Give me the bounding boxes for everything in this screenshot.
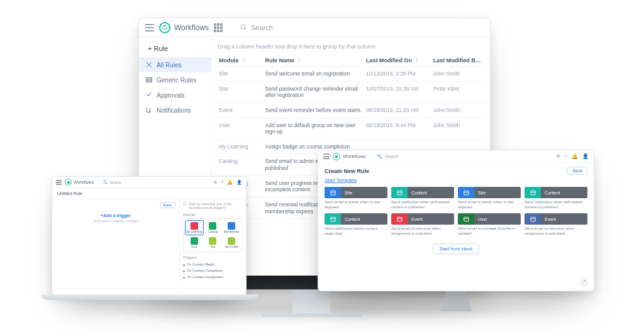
template-desc: Send email to instructor when assignment…	[525, 225, 587, 236]
template-card[interactable]: UserSend email to manager if profile is …	[458, 213, 521, 236]
template-label: User	[474, 213, 521, 225]
bell-icon[interactable]: 🔔	[227, 180, 233, 185]
back-button[interactable]: Back	[567, 167, 587, 175]
hamburger-icon[interactable]	[323, 154, 330, 159]
sidebar-item-notifications[interactable]: Notifications	[139, 103, 211, 118]
brand-logo-icon	[65, 179, 72, 186]
template-desc: Send email to admin when a user register…	[325, 198, 387, 210]
add-trigger-hint: Start here by adding a trigger	[93, 219, 138, 223]
monitor-foot	[261, 313, 362, 317]
create-rule-title: Create New Rule	[325, 168, 369, 174]
table-row[interactable]: UserAdd user to default group on new use…	[218, 118, 485, 140]
template-desc: Send email to instructor when assignment…	[391, 225, 454, 236]
module-icon	[209, 222, 216, 230]
search-icon	[240, 24, 247, 31]
brand: Workflows	[333, 153, 366, 160]
module-section-label: Module	[183, 213, 243, 216]
template-card[interactable]: ContentSend notification when skill-rela…	[391, 187, 454, 210]
module-catalog[interactable]: Catalog	[204, 221, 222, 235]
col-module[interactable]: Module	[219, 57, 239, 64]
brand: Workflows	[159, 22, 209, 33]
template-card[interactable]: ContentSend notification before content …	[325, 213, 387, 236]
start-from-blank-button[interactable]: Start from blank	[433, 244, 480, 254]
search-input[interactable]: Search	[240, 24, 484, 31]
tablet-stand	[440, 290, 472, 311]
help-icon[interactable]: ?	[221, 180, 223, 185]
template-card[interactable]: EventSend email to instructor when assig…	[391, 213, 454, 236]
laptop-base	[41, 294, 258, 300]
svg-rect-8	[397, 191, 401, 194]
template-card[interactable]: SiteSend email to admin when a user regi…	[325, 187, 387, 210]
template-desc: Send email to admin when a user register…	[458, 198, 521, 210]
table-row[interactable]: SiteSend password change reminder email …	[218, 82, 485, 103]
rule-title: Untitled Rule	[52, 188, 246, 199]
template-desc: Send email to manager if profile is upda…	[458, 225, 521, 236]
module-my-learning[interactable]: My Learning	[186, 221, 203, 235]
help-icon[interactable]: ?	[565, 154, 567, 159]
table-row[interactable]: SiteSend welcome email on registration10…	[218, 67, 485, 82]
brand-logo-icon	[159, 22, 170, 33]
search-input[interactable]: 🔍 Search	[377, 154, 553, 159]
template-icon	[325, 213, 341, 225]
search-input[interactable]: 🔍 Search	[103, 180, 210, 184]
tablet-topbar: Workflows 🔍 Search ⚙ ? 🔔 👤	[318, 150, 594, 163]
template-label: Event	[408, 213, 454, 225]
monitor-topbar: Workflows Search	[139, 18, 490, 37]
monitor-stand	[292, 289, 330, 316]
template-icon	[458, 187, 474, 198]
template-desc: Send notification when skill-related con…	[391, 198, 454, 210]
table-row[interactable]: EventSend event reminder before event st…	[218, 103, 485, 118]
back-button[interactable]: Back	[160, 202, 175, 208]
col-rule-name[interactable]: Rule Name	[265, 57, 295, 64]
add-rule-button[interactable]: + Rule	[139, 41, 211, 57]
template-card[interactable]: EventSend email to instructor when assig…	[525, 213, 587, 236]
template-icon	[525, 213, 541, 225]
template-icon	[391, 187, 408, 198]
template-card[interactable]: SiteSend email to admin when a user regi…	[458, 187, 521, 210]
header-icons: ⚙ ? 🔔 👤	[213, 180, 242, 185]
sidebar-item-all-rules[interactable]: All Rules	[139, 57, 211, 72]
module-icon	[228, 222, 235, 230]
module-job-profile[interactable]: Job Profile	[223, 236, 240, 250]
sidebar-item-generic-rules[interactable]: Generic Rules	[139, 72, 211, 87]
brand-logo-icon	[333, 153, 340, 160]
start-template-link[interactable]: Start Template	[318, 177, 594, 186]
avatar[interactable]: 👤	[582, 154, 589, 159]
laptop-topbar: Workflows 🔍 Search ⚙ ? 🔔 👤	[52, 177, 246, 188]
rule-canvas[interactable]: Back +Add a trigger Start here by adding…	[52, 199, 179, 295]
group-by-hint: Drag a column header and drop it here to…	[218, 43, 485, 50]
gear-icon[interactable]: ⚙	[213, 180, 217, 185]
add-trigger-link[interactable]: +Add a trigger	[101, 213, 131, 218]
add-trigger-button[interactable]: +Add a trigger Start here by adding a tr…	[93, 213, 138, 223]
gear-icon[interactable]: ⚙	[556, 154, 560, 159]
module-membership[interactable]: Membership	[223, 221, 240, 235]
trigger-item[interactable]: On Content Assignment	[183, 274, 243, 280]
table-header: Module⋮ Rule Name⋮ Last Modified On⋮ Las…	[218, 55, 485, 67]
template-card[interactable]: ContentSend notification when skill-rela…	[525, 187, 587, 210]
sidebar-item-approvals[interactable]: Approvals	[139, 87, 211, 103]
brand-name: Workflows	[174, 23, 209, 32]
brand: Workflows	[65, 179, 94, 186]
module-grid: My LearningCatalogMembershipUserSiteJob …	[183, 218, 243, 252]
col-modified-on[interactable]: Last Modified On	[366, 57, 412, 64]
avatar[interactable]: 👤	[236, 180, 242, 185]
svg-rect-6	[330, 191, 335, 194]
module-user[interactable]: User	[186, 236, 203, 250]
svg-rect-12	[530, 191, 535, 194]
module-site[interactable]: Site	[204, 236, 222, 250]
hamburger-icon[interactable]	[56, 180, 62, 185]
laptop-window: Workflows 🔍 Search ⚙ ? 🔔 👤 Untitled Rule…	[52, 176, 247, 296]
apps-grid-icon[interactable]	[214, 23, 223, 32]
trigger-item[interactable]: On Content Begin	[183, 261, 243, 267]
template-icon	[325, 187, 341, 198]
scroll-top-button[interactable]: ˄	[580, 278, 589, 287]
module-icon	[191, 237, 198, 245]
svg-rect-18	[464, 217, 468, 221]
header-icons: ⚙ ? 🔔 👤	[556, 154, 589, 159]
search-placeholder: Search	[251, 24, 273, 31]
bell-icon[interactable]: 🔔	[572, 154, 578, 159]
trigger-item[interactable]: On Content Completion	[183, 267, 243, 274]
col-modified-by[interactable]: Last Modified By	[433, 57, 481, 64]
template-label: Site	[474, 187, 521, 198]
hamburger-icon[interactable]	[145, 24, 154, 31]
